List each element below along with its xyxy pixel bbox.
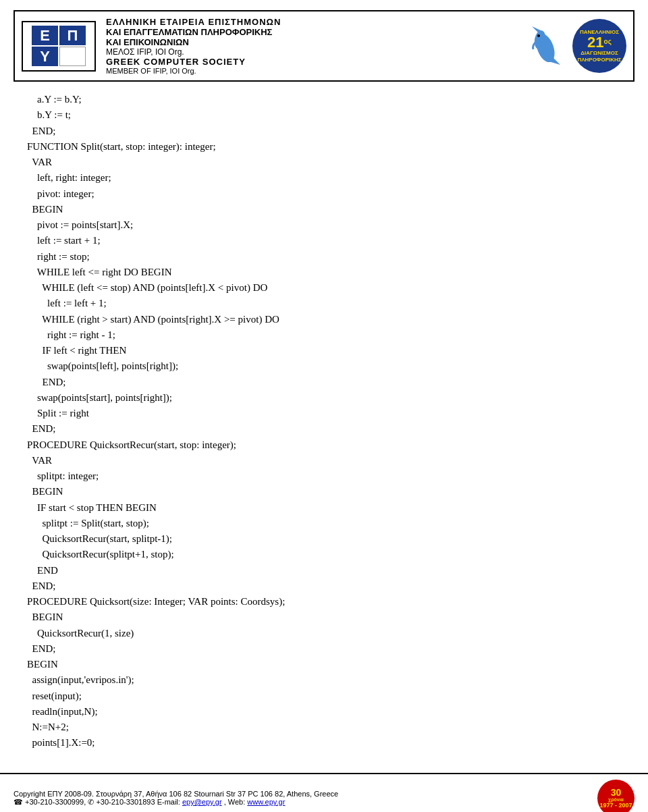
- code-line-35: END;: [27, 641, 621, 657]
- code-line-33: BEGIN: [27, 610, 621, 625]
- code-line-7: BEGIN: [27, 202, 621, 217]
- code-line-32: PROCEDURE Quicksort(size: Integer; VAR p…: [27, 594, 621, 610]
- code-line-30: END: [27, 563, 621, 578]
- code-line-19: swap(points[start], points[right]);: [27, 390, 621, 406]
- code-line-2: END;: [27, 124, 621, 139]
- code-line-3: FUNCTION Split(start, stop: integer): in…: [27, 139, 621, 155]
- code-line-6: pivot: integer;: [27, 186, 621, 202]
- org-text: ΕΛΛΗΝΙΚΗ ΕΤΑΙΡΕΙΑ ΕΠΙΣΤΗΜΟΝΩΝ ΚΑΙ ΕΠΑΓΓΕ…: [106, 17, 512, 75]
- code-line-1: b.Y := t;: [27, 107, 621, 123]
- footer-copyright-line: Copyright ΕΠΥ 2008-09. Στουρνάρη 37, Αθή…: [14, 790, 597, 798]
- contest-badge: ΠΑΝΕΛΛΗΝΙΟΣ 21 ος ΔΙΑΓΩΝΙΣΜΟΣ ΠΛΗΡΟΦΟΡΙΚ…: [572, 19, 626, 73]
- code-line-16: IF left < right THEN: [27, 343, 621, 358]
- years-range: 1977 - 2007: [599, 803, 632, 809]
- footer-address: Στουρνάρη 37, Αθήνα 106 82 Stournari Str…: [96, 790, 338, 798]
- contest-superscript: ος: [604, 38, 612, 45]
- code-line-28: QuicksortRecur(start, splitpt-1);: [27, 531, 621, 547]
- contest-badge-line2: ΔΙΑΓΩΝΙΣΜΟΣ: [580, 50, 618, 57]
- footer-web[interactable]: www.epy.gr: [247, 798, 285, 806]
- code-block: a.Y := b.Y; b.Y := t; END; FUNCTION Spli…: [27, 92, 621, 751]
- code-line-11: WHILE left <= right DO BEGIN: [27, 265, 621, 280]
- contest-number: 21: [587, 35, 603, 50]
- footer-web-label: Web:: [228, 798, 245, 806]
- code-line-18: END;: [27, 375, 621, 390]
- code-line-9: left := start + 1;: [27, 233, 621, 248]
- code-line-34: QuicksortRecur(1, size): [27, 626, 621, 641]
- code-line-31: END;: [27, 578, 621, 594]
- code-line-25: BEGIN: [27, 484, 621, 499]
- code-line-38: reset(input);: [27, 688, 621, 704]
- code-line-10: right := stop;: [27, 249, 621, 265]
- code-line-20: Split := right: [27, 406, 621, 421]
- code-line-21: END;: [27, 421, 621, 437]
- code-line-40: N:=N+2;: [27, 720, 621, 735]
- org-line-1: ΕΛΛΗΝΙΚΗ ΕΤΑΙΡΕΙΑ ΕΠΙΣΤΗΜΟΝΩΝ: [106, 17, 512, 27]
- footer-fax: +30-210-3301893: [96, 798, 155, 806]
- footer-text: Copyright ΕΠΥ 2008-09. Στουρνάρη 37, Αθή…: [14, 790, 597, 807]
- years-number: 30: [611, 788, 622, 797]
- code-line-23: VAR: [27, 453, 621, 468]
- org-line-3: ΚΑΙ ΕΠΙΚΟΙΝΩΝΙΩΝ: [106, 37, 512, 47]
- header-right: ΠΑΝΕΛΛΗΝΙΟΣ 21 ος ΔΙΑΓΩΝΙΣΜΟΣ ΠΛΗΡΟΦΟΡΙΚ…: [522, 19, 626, 73]
- header: Ε Π Υ ΕΛΛΗΝΙΚΗ ΕΤΑΙΡΕΙΑ ΕΠΙΣΤΗΜΟΝΩΝ ΚΑΙ …: [14, 10, 634, 82]
- code-line-14: WHILE (right > start) AND (points[right]…: [27, 312, 621, 327]
- code-line-39: readln(input,N);: [27, 704, 621, 720]
- code-line-4: VAR: [27, 155, 621, 170]
- org-line-5: GREEK COMPUTER SOCIETY: [106, 57, 512, 67]
- page: Ε Π Υ ΕΛΛΗΝΙΚΗ ΕΤΑΙΡΕΙΑ ΕΠΙΣΤΗΜΟΝΩΝ ΚΑΙ …: [0, 10, 648, 812]
- code-line-37: assign(input,'evripos.in');: [27, 672, 621, 688]
- footer-email-label: E-mail:: [157, 798, 180, 806]
- footer-fax-label: ✆: [88, 798, 96, 806]
- code-line-29: QuicksortRecur(splitpt+1, stop);: [27, 547, 621, 562]
- main-content: a.Y := b.Y; b.Y := t; END; FUNCTION Spli…: [0, 88, 648, 765]
- footer-copyright: Copyright ΕΠΥ 2008-09.: [14, 790, 94, 798]
- code-line-8: pivot := points[start].X;: [27, 217, 621, 233]
- org-line-6: MEMBER OF IFIP, IOI Org.: [106, 67, 512, 75]
- code-line-24: splitpt: integer;: [27, 468, 621, 484]
- footer-badge-area: 30 χρόνια 1977 - 2007: [597, 780, 634, 812]
- code-line-13: left := left + 1;: [27, 296, 621, 311]
- code-line-22: PROCEDURE QuicksortRecur(start, stop: in…: [27, 437, 621, 453]
- footer: Copyright ΕΠΥ 2008-09. Στουρνάρη 37, Αθή…: [0, 773, 648, 812]
- code-line-0: a.Y := b.Y;: [27, 92, 621, 107]
- years-badge: 30 χρόνια 1977 - 2007: [597, 780, 634, 812]
- code-line-12: WHILE (left <= stop) AND (points[left].X…: [27, 280, 621, 296]
- footer-phone: ☎ +30-210-3300999,: [14, 798, 86, 806]
- footer-email[interactable]: epy@epy.gr: [182, 798, 222, 806]
- svg-point-4: [537, 34, 540, 37]
- code-line-27: splitpt := Split(start, stop);: [27, 516, 621, 531]
- dolphin-image: [522, 19, 569, 73]
- org-line-2: ΚΑΙ ΕΠΑΓΓΕΛΜΑΤΙΩΝ ΠΛΗΡΟΦΟΡΙΚΗΣ: [106, 27, 512, 37]
- code-line-17: swap(points[left], points[right]);: [27, 358, 621, 374]
- code-line-15: right := right - 1;: [27, 327, 621, 343]
- code-line-5: left, right: integer;: [27, 170, 621, 186]
- footer-contact-line: ☎ +30-210-3300999, ✆ +30-210-3301893 E-m…: [14, 798, 597, 807]
- code-line-26: IF start < stop THEN BEGIN: [27, 500, 621, 516]
- epy-logo: Ε Π Υ: [22, 21, 96, 72]
- org-line-4: ΜΕΛΟΣ IFIP, IOI Org.: [106, 47, 512, 57]
- code-line-41: points[1].X:=0;: [27, 735, 621, 751]
- code-line-36: BEGIN: [27, 657, 621, 672]
- contest-badge-line3: ΠΛΗΡΟΦΟΡΙΚΗΣ: [577, 57, 621, 63]
